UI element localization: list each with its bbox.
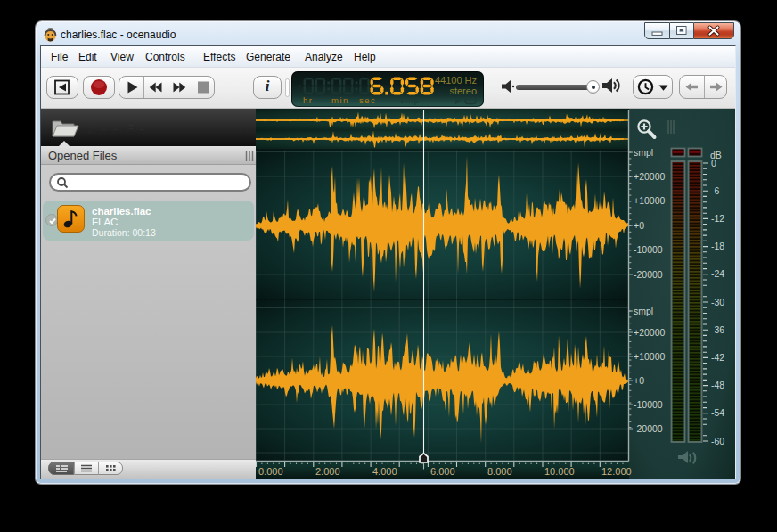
svg-text:-10000: -10000 xyxy=(634,244,663,255)
svg-text:2.000: 2.000 xyxy=(315,466,340,477)
svg-text:10.000: 10.000 xyxy=(544,466,575,477)
svg-text:+0: +0 xyxy=(634,220,644,231)
svg-text:-30: -30 xyxy=(711,297,724,307)
svg-text:+10000: +10000 xyxy=(634,351,665,362)
svg-text:-6: -6 xyxy=(711,185,719,196)
svg-text:-42: -42 xyxy=(711,352,724,363)
svg-text:-10000: -10000 xyxy=(634,399,663,410)
svg-text:-36: -36 xyxy=(711,324,724,335)
svg-text:6.000: 6.000 xyxy=(430,466,455,477)
svg-text:-60: -60 xyxy=(711,436,724,446)
svg-text:0.000: 0.000 xyxy=(258,466,283,477)
svg-text:+10000: +10000 xyxy=(634,195,665,206)
svg-text:-48: -48 xyxy=(711,380,724,390)
svg-text:+0: +0 xyxy=(634,375,644,386)
svg-text:+20000: +20000 xyxy=(634,171,665,182)
svg-text:12.000: 12.000 xyxy=(601,466,632,477)
svg-text:-24: -24 xyxy=(711,268,724,279)
svg-text:0: 0 xyxy=(711,158,716,168)
svg-text:8.000: 8.000 xyxy=(487,466,512,477)
svg-text:smpl: smpl xyxy=(634,147,653,158)
svg-text:-20000: -20000 xyxy=(634,269,663,280)
svg-text:4.000: 4.000 xyxy=(372,466,397,477)
svg-text:+20000: +20000 xyxy=(634,327,665,338)
svg-text:-54: -54 xyxy=(711,407,724,418)
svg-text:-20000: -20000 xyxy=(634,423,663,434)
svg-text:smpl: smpl xyxy=(634,306,653,316)
svg-text:-18: -18 xyxy=(711,241,724,251)
svg-text:-12: -12 xyxy=(711,213,724,224)
